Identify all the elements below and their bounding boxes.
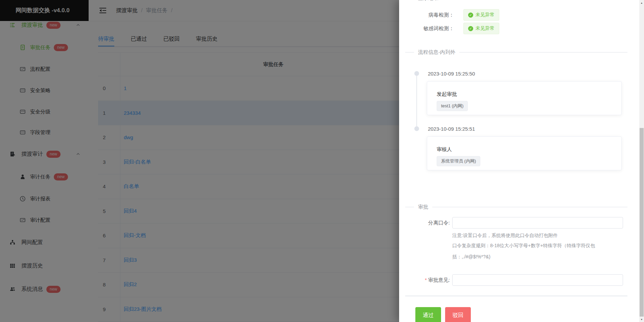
section-divider-scan-result: 查杀结果 xyxy=(405,0,627,1)
virus-check-row: 病毒检测： ✓ 未见异常 xyxy=(399,9,499,21)
app-window: 网间数据交换 -v4.0.0 摆渡审批 new 审批任务 new 流程配置 xyxy=(0,0,644,322)
timeline-dot xyxy=(414,126,419,131)
user-tag: test1 (内网) xyxy=(437,101,468,111)
scrollbar-down-arrow-icon[interactable]: ▼ xyxy=(639,318,644,321)
separation-password-input[interactable] xyxy=(452,217,623,229)
timeline-card-title: 审核人 xyxy=(437,146,621,153)
password-hint-line2: 口令复杂度规则：8-18位大小写字母+数字+特殊字符（特殊字符仅包 xyxy=(452,243,595,248)
status-text: 未见异常 xyxy=(476,25,495,31)
approval-opinion-input[interactable] xyxy=(452,274,623,286)
timeline-card-initiate: 发起审批 test1 (内网) xyxy=(427,81,622,115)
timeline-timestamp: 2023-10-09 15:25:51 xyxy=(428,126,475,132)
section-title-scan-result: 查杀结果 xyxy=(418,0,438,2)
user-tag: 系统管理员 (内网) xyxy=(437,156,480,166)
approve-button[interactable]: 通过 xyxy=(415,307,441,322)
status-text: 未见异常 xyxy=(476,12,495,18)
page-scrollbar[interactable]: ▲ ▼ xyxy=(639,0,644,322)
timeline-line xyxy=(416,76,417,126)
check-icon: ✓ xyxy=(468,13,473,18)
timeline-card-reviewer: 审核人 系统管理员 (内网) xyxy=(427,136,622,170)
required-asterisk: * xyxy=(425,277,427,283)
approval-opinion-label: *审批意见: xyxy=(399,274,450,286)
form-divider xyxy=(405,296,627,296)
scrollbar-up-arrow-icon[interactable]: ▲ xyxy=(639,2,644,4)
section-divider-approve: 审批 xyxy=(405,204,627,210)
password-hint-line1: 注意:设置口令后，系统将使用此口令自动打包附件 xyxy=(452,233,558,238)
reject-button[interactable]: 驳回 xyxy=(445,307,471,322)
password-hint-line3: 括：,./#@$!%*?&) xyxy=(452,254,490,259)
virus-check-label: 病毒检测： xyxy=(399,12,454,18)
separation-password-label: 分离口令: xyxy=(399,217,450,229)
sensitive-word-check-label: 敏感词检测： xyxy=(399,25,454,32)
section-title-flow-info: 流程信息-内到外 xyxy=(418,49,455,56)
status-badge: ✓ 未见异常 xyxy=(463,23,499,34)
sensitive-word-check-row: 敏感词检测： ✓ 未见异常 xyxy=(399,23,499,34)
check-icon: ✓ xyxy=(468,26,473,31)
scrollbar-thumb[interactable] xyxy=(640,128,644,317)
section-title-approve: 审批 xyxy=(418,204,428,210)
approval-opinion-label-text: 审批意见: xyxy=(428,277,450,283)
timeline-card-title: 发起审批 xyxy=(437,91,621,98)
section-divider-flow-info: 流程信息-内到外 xyxy=(405,49,627,55)
status-badge: ✓ 未见异常 xyxy=(463,9,499,21)
timeline-timestamp: 2023-10-09 15:25:50 xyxy=(428,71,475,77)
approval-detail-drawer: 查杀结果 病毒检测： ✓ 未见异常 敏感词检测： ✓ 未见异常 流程信息-内到外… xyxy=(399,0,639,322)
timeline-dot xyxy=(414,71,419,76)
